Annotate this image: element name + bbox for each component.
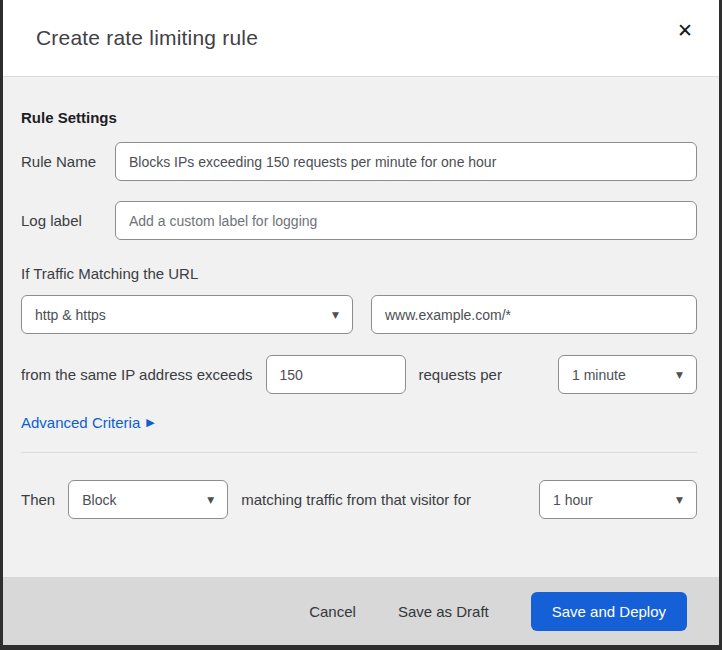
cancel-button[interactable]: Cancel	[309, 603, 356, 620]
rule-name-row: Rule Name	[21, 142, 697, 181]
save-as-draft-button[interactable]: Save as Draft	[398, 603, 489, 620]
rule-settings-heading: Rule Settings	[21, 109, 697, 126]
action-middle-text: matching traffic from that visitor for	[241, 491, 471, 508]
advanced-criteria-label: Advanced Criteria	[21, 414, 140, 431]
duration-select[interactable]: 1 hour ▼	[539, 480, 697, 519]
period-select-value: 1 minute	[572, 367, 666, 383]
close-icon[interactable]: ✕	[669, 14, 701, 46]
threshold-suffix-text: requests per	[419, 366, 502, 383]
request-count-input[interactable]	[266, 355, 406, 394]
dialog-body: Rule Settings Rule Name Log label If Tra…	[3, 77, 719, 577]
chevron-down-icon: ▼	[207, 495, 214, 505]
rule-name-label: Rule Name	[21, 153, 115, 170]
log-label-input[interactable]	[115, 201, 697, 240]
dialog-title: Create rate limiting rule	[36, 26, 258, 50]
chevron-down-icon: ▼	[332, 310, 339, 320]
log-label-label: Log label	[21, 212, 115, 229]
scheme-select-value: http & https	[35, 307, 322, 323]
dialog-footer: Cancel Save as Draft Save and Deploy	[3, 577, 719, 645]
url-pattern-input[interactable]	[371, 295, 697, 334]
action-select[interactable]: Block ▼	[68, 480, 228, 519]
action-row: Then Block ▼ matching traffic from that …	[21, 480, 697, 519]
chevron-right-icon: ▶	[146, 416, 154, 429]
url-match-row: http & https ▼	[21, 295, 697, 334]
log-label-row: Log label	[21, 201, 697, 240]
dialog-header: Create rate limiting rule ✕	[3, 0, 719, 77]
period-select[interactable]: 1 minute ▼	[558, 355, 697, 394]
then-label: Then	[21, 491, 55, 508]
chevron-down-icon: ▼	[676, 495, 683, 505]
threshold-row: from the same IP address exceeds request…	[21, 355, 697, 394]
save-and-deploy-button[interactable]: Save and Deploy	[531, 592, 687, 631]
chevron-down-icon: ▼	[676, 370, 683, 380]
advanced-criteria-link[interactable]: Advanced Criteria ▶	[21, 414, 155, 431]
action-select-value: Block	[82, 492, 197, 508]
rule-name-input[interactable]	[115, 142, 697, 181]
section-divider	[21, 452, 697, 453]
duration-select-value: 1 hour	[553, 492, 666, 508]
threshold-prefix-text: from the same IP address exceeds	[21, 366, 253, 383]
rate-limit-dialog: Create rate limiting rule ✕ Rule Setting…	[0, 0, 722, 650]
scheme-select[interactable]: http & https ▼	[21, 295, 353, 334]
traffic-match-intro: If Traffic Matching the URL	[21, 265, 697, 282]
